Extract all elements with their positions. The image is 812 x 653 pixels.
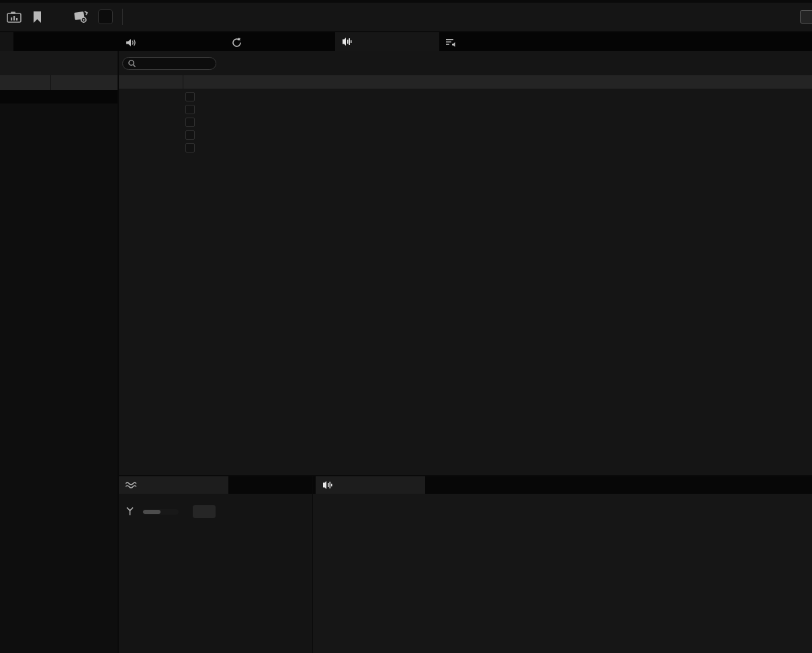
axis-auto-button[interactable] bbox=[143, 510, 161, 514]
audio-meters-tab-bar bbox=[313, 476, 812, 494]
speaker-icon bbox=[126, 38, 136, 47]
left-panel-tab-close[interactable] bbox=[0, 32, 13, 51]
bottom-dock bbox=[119, 475, 812, 653]
left-panel-body bbox=[0, 103, 118, 653]
bookmark-icon bbox=[33, 11, 42, 23]
tab-plots[interactable] bbox=[119, 476, 228, 494]
submix-row[interactable]: ✔ bbox=[119, 141, 812, 154]
filter-box[interactable] bbox=[122, 57, 216, 70]
plots-body bbox=[119, 494, 312, 653]
submix-row[interactable]: ✔ bbox=[119, 128, 812, 141]
axis-range-segmented bbox=[142, 509, 179, 515]
submix-row[interactable]: ✔ bbox=[119, 90, 812, 103]
left-table-header bbox=[0, 75, 118, 90]
camera-chart-icon bbox=[7, 11, 21, 23]
left-panel-status bbox=[0, 51, 118, 75]
filter-input[interactable] bbox=[140, 58, 207, 68]
submixes-table-header bbox=[119, 75, 812, 90]
tab-sounds[interactable] bbox=[119, 32, 224, 51]
plots-wave-icon bbox=[126, 480, 136, 490]
profiler-camera-button[interactable] bbox=[4, 7, 24, 26]
audiobus-icon bbox=[446, 38, 457, 47]
tab-virtual-loops[interactable] bbox=[224, 32, 335, 51]
main-column: ✔ ✔ ✔ ✔ bbox=[119, 51, 812, 653]
loop-icon bbox=[231, 38, 242, 47]
column-header-active[interactable] bbox=[119, 75, 183, 89]
axis-custom-button[interactable] bbox=[161, 510, 178, 514]
submixes-panel: ✔ ✔ ✔ ✔ bbox=[119, 51, 812, 475]
color-swatch-button[interactable] bbox=[95, 7, 116, 26]
bookmark-button[interactable] bbox=[27, 7, 47, 26]
content-area: ✔ ✔ ✔ ✔ bbox=[0, 51, 812, 653]
search-icon bbox=[128, 60, 136, 67]
submix-icon bbox=[342, 37, 353, 46]
axis-min-input[interactable] bbox=[193, 505, 216, 518]
audio-meters-body bbox=[313, 494, 812, 653]
black-swatch bbox=[98, 9, 113, 24]
axis-range-icon bbox=[126, 507, 134, 516]
left-sounds-panel bbox=[0, 51, 119, 653]
toolbar-divider bbox=[122, 9, 123, 25]
audio-meters-panel bbox=[313, 476, 812, 653]
top-toolbar bbox=[0, 0, 812, 32]
audio-insights-window: ✔ ✔ ✔ ✔ bbox=[0, 0, 812, 653]
submix-checkbox[interactable]: ✔ bbox=[185, 118, 195, 127]
main-tab-bar bbox=[0, 32, 812, 51]
world-filter-dropdown[interactable] bbox=[800, 10, 812, 24]
filter-row bbox=[119, 51, 812, 75]
plots-tab-bar bbox=[119, 476, 312, 494]
axis-range-row bbox=[119, 505, 312, 518]
time-axis-ruler[interactable] bbox=[119, 495, 312, 503]
folder-gear-icon bbox=[73, 10, 89, 24]
submixes-table-body: ✔ ✔ ✔ ✔ bbox=[119, 90, 812, 154]
submix-checkbox[interactable]: ✔ bbox=[185, 130, 195, 140]
submix-row[interactable]: ✔ bbox=[119, 116, 812, 128]
submix-meter-icon bbox=[322, 480, 333, 490]
plots-panel bbox=[119, 476, 313, 653]
tab-submixes[interactable] bbox=[335, 32, 439, 51]
tab-bar-gap bbox=[13, 32, 119, 51]
submix-checkbox[interactable]: ✔ bbox=[185, 92, 195, 101]
table-row[interactable] bbox=[0, 90, 118, 103]
record-session-button[interactable] bbox=[71, 7, 91, 26]
tab-audiobuses[interactable] bbox=[439, 32, 533, 51]
submix-checkbox[interactable]: ✔ bbox=[185, 105, 195, 114]
submix-checkbox[interactable]: ✔ bbox=[185, 143, 195, 153]
column-header[interactable] bbox=[0, 75, 51, 90]
tab-audio-meters[interactable] bbox=[316, 476, 425, 494]
submix-row[interactable]: ✔ bbox=[119, 103, 812, 116]
